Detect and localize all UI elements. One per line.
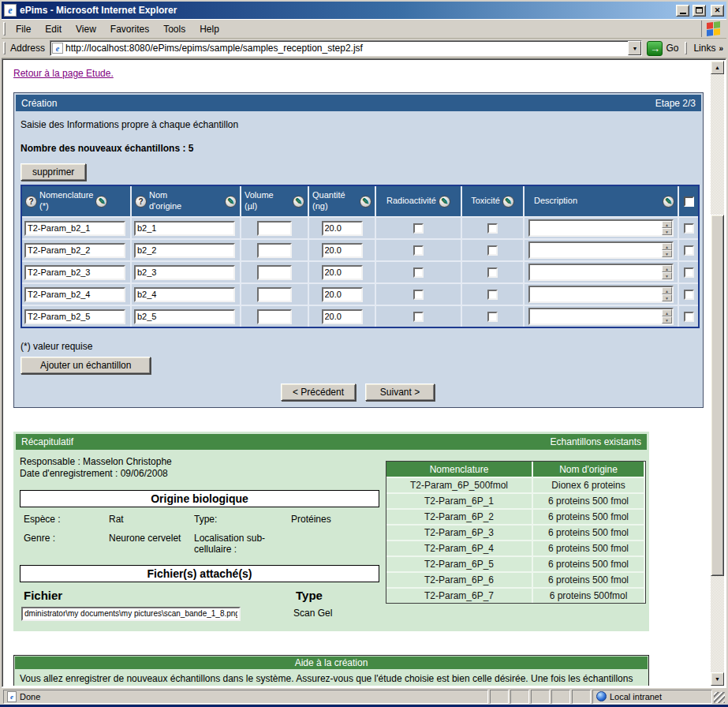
precedent-button[interactable]: < Précédent — [281, 383, 356, 401]
nomenclature-input[interactable] — [24, 287, 125, 302]
description-textarea[interactable]: ▲▼ — [528, 219, 674, 237]
nomenclature-input[interactable] — [24, 221, 125, 236]
menu-file[interactable]: File — [9, 22, 38, 36]
description-textarea[interactable]: ▲▼ — [528, 241, 674, 259]
scroll-up-icon[interactable]: ▲ — [662, 221, 672, 228]
address-dropdown-icon[interactable]: ▼ — [628, 41, 641, 55]
toxicite-checkbox[interactable] — [487, 312, 498, 322]
radioactivite-checkbox[interactable] — [413, 290, 424, 300]
row-select-checkbox[interactable] — [684, 312, 694, 322]
toxicite-checkbox[interactable] — [487, 290, 498, 300]
quantite-input[interactable] — [322, 221, 363, 236]
supprimer-button[interactable]: supprimer — [21, 163, 86, 181]
toxicite-checkbox[interactable] — [487, 223, 498, 234]
row-select-checkbox[interactable] — [684, 290, 694, 300]
table-cell: T2-Param_6P_7 — [386, 589, 532, 603]
scroll-down-icon[interactable]: ▼ — [662, 316, 672, 324]
aide-text: Vous allez enregistrer de nouveaux échan… — [15, 669, 648, 686]
volume-input[interactable] — [257, 309, 292, 324]
scroll-up-icon[interactable]: ▲ — [711, 61, 724, 74]
menu-tools[interactable]: Tools — [156, 22, 192, 36]
document-icon: e — [7, 691, 17, 702]
scroll-down-icon[interactable]: ▼ — [662, 228, 672, 235]
scrollbar-thumb[interactable] — [711, 215, 724, 576]
minimize-button[interactable] — [676, 5, 689, 17]
row-select-checkbox[interactable] — [684, 267, 694, 278]
toolbar-grip[interactable] — [685, 42, 687, 55]
volume-input[interactable] — [257, 265, 292, 280]
back-to-etude-link[interactable]: Retour à la page Etude. — [13, 68, 114, 79]
close-button[interactable]: ✕ — [711, 5, 724, 17]
scroll-down-icon[interactable]: ▼ — [662, 250, 672, 257]
go-button[interactable]: → Go — [647, 41, 678, 56]
scroll-up-icon[interactable]: ▲ — [662, 265, 672, 272]
edit-column-icon[interactable]: ✎ — [225, 196, 237, 208]
scroll-down-icon[interactable]: ▼ — [662, 294, 672, 301]
radioactivite-checkbox[interactable] — [413, 267, 424, 278]
address-field: e ▼ — [50, 40, 642, 56]
scroll-up-icon[interactable]: ▲ — [662, 287, 672, 294]
row-select-checkbox[interactable] — [684, 223, 694, 234]
description-textarea[interactable]: ▲▼ — [528, 286, 674, 303]
volume-input[interactable] — [257, 221, 292, 236]
edit-column-icon[interactable]: ✎ — [293, 196, 304, 208]
edit-column-icon[interactable]: ✎ — [663, 196, 674, 208]
menu-view[interactable]: View — [69, 22, 103, 36]
status-pane — [510, 690, 529, 704]
espece-label: Espèce : — [24, 514, 103, 525]
description-textarea[interactable]: ▲▼ — [528, 264, 674, 281]
menu-favorites[interactable]: Favorites — [103, 22, 156, 36]
edit-column-icon[interactable]: ✎ — [360, 196, 371, 208]
maximize-button[interactable] — [693, 5, 706, 17]
samples-table: ? Nomenclature(*) ✎ ? Nomd'origine ✎ Vol… — [21, 185, 700, 328]
quantite-input[interactable] — [322, 287, 363, 302]
radioactivite-checkbox[interactable] — [413, 312, 424, 322]
help-icon[interactable]: ? — [135, 196, 147, 208]
menu-help[interactable]: Help — [192, 22, 226, 36]
toxicite-checkbox[interactable] — [487, 245, 498, 256]
quantite-input[interactable] — [322, 243, 363, 258]
file-path-input[interactable] — [21, 607, 241, 621]
row-select-checkbox[interactable] — [684, 245, 694, 256]
toxicite-checkbox[interactable] — [487, 267, 498, 278]
toolbar-grip[interactable] — [3, 42, 6, 55]
address-input[interactable] — [63, 43, 628, 54]
table-cell: T2-Param_6P_5 — [386, 557, 532, 571]
scroll-up-icon[interactable]: ▲ — [662, 243, 672, 250]
links-toolbar[interactable]: Links » — [690, 43, 723, 54]
go-arrow-icon: → — [647, 41, 663, 56]
nom-origine-input[interactable] — [134, 309, 235, 324]
responsable-line: Responsable : Masselon Christophe — [20, 456, 379, 468]
nom-origine-input[interactable] — [134, 243, 235, 258]
nomenclature-input[interactable] — [24, 243, 125, 258]
radioactivite-checkbox[interactable] — [413, 223, 424, 234]
scroll-down-icon[interactable]: ▼ — [711, 672, 724, 686]
help-icon[interactable]: ? — [25, 196, 37, 208]
toolbar-grip[interactable] — [3, 22, 6, 35]
scroll-down-icon[interactable]: ▼ — [662, 272, 672, 279]
description-textarea[interactable]: ▲▼ — [528, 308, 674, 325]
resize-grip[interactable] — [714, 692, 725, 703]
select-all-checkbox[interactable] — [684, 196, 694, 207]
vertical-scrollbar[interactable]: ▲ ▼ — [711, 61, 724, 686]
zone-text: Local intranet — [610, 692, 662, 701]
nomenclature-input[interactable] — [24, 265, 125, 280]
radioactivite-checkbox[interactable] — [413, 245, 424, 256]
edit-column-icon[interactable]: ✎ — [95, 196, 107, 208]
table-cell: T2-Param_6P_2 — [386, 510, 532, 524]
nomenclature-input[interactable] — [24, 309, 125, 324]
nom-origine-input[interactable] — [134, 221, 235, 236]
aide-panel-header: Aide à la création — [15, 656, 648, 669]
ajouter-echantillon-button[interactable]: Ajouter un échantillon — [21, 357, 151, 374]
volume-input[interactable] — [257, 243, 292, 258]
scroll-up-icon[interactable]: ▲ — [662, 309, 672, 316]
edit-column-icon[interactable]: ✎ — [439, 196, 450, 208]
quantite-input[interactable] — [322, 309, 363, 324]
menu-edit[interactable]: Edit — [38, 22, 69, 36]
quantite-input[interactable] — [322, 265, 363, 280]
volume-input[interactable] — [257, 287, 292, 302]
edit-column-icon[interactable]: ✎ — [502, 196, 514, 208]
suivant-button[interactable]: Suivant > — [365, 383, 435, 401]
nom-origine-input[interactable] — [134, 265, 235, 280]
nom-origine-input[interactable] — [134, 287, 235, 302]
